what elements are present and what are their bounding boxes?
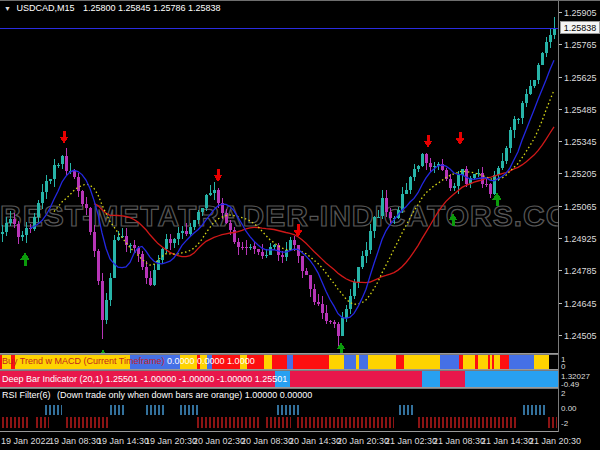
ma-fast-blue <box>30 60 554 318</box>
ohlc-values: 1.25800 1.25845 1.25786 1.25838 <box>83 3 221 13</box>
price-label: 1.24505 <box>559 331 600 341</box>
buy-arrow-icon <box>493 193 502 206</box>
scale-label: -2 <box>561 420 568 428</box>
trend-bar-segment <box>329 355 344 369</box>
price-axis[interactable]: 1.25838 1 0 1.32027 -0.49 2 0.00 -2 1.25… <box>558 1 600 432</box>
rsi-bar-group <box>548 417 557 428</box>
indicator-label: Buy Trend w MACD (Current Timeframe) 0.0… <box>2 356 255 366</box>
trend-bar-segment <box>368 355 396 369</box>
time-label: 20 Jan 14:30 <box>289 436 341 446</box>
time-label: 20 Jan 20:30 <box>337 436 389 446</box>
time-label: 19 Jan 20:30 <box>145 436 197 446</box>
time-axis[interactable]: 19 Jan 202219 Jan 08:3019 Jan 14:3019 Ja… <box>0 433 600 450</box>
price-label: 1.25205 <box>559 169 600 179</box>
price-label: 1.24925 <box>559 234 600 244</box>
trend-bar-segment <box>359 355 368 369</box>
price-label: 1.25065 <box>559 202 600 212</box>
buy-arrow-icon <box>21 253 30 266</box>
current-price-tag: 1.25838 <box>560 21 600 34</box>
trend-bar-segment <box>404 355 440 369</box>
trend-bar-segment <box>440 371 465 387</box>
scale-label: 0.00 <box>561 405 577 413</box>
indicator-label: RSI Filter(6) (Down trade only when down… <box>2 390 312 400</box>
mt4-terminal: BEST-METATRADER-INDICATORS.COM ▼ USDCAD,… <box>0 0 600 450</box>
rsi-bar-group <box>2 417 30 428</box>
rsi-bar-group <box>110 405 126 415</box>
indicator-note: (Down trade only when down bars are oran… <box>57 390 242 400</box>
price-label: 1.25905 <box>559 8 600 18</box>
time-label: 21 Jan 08:30 <box>433 436 485 446</box>
time-label: 21 Jan 14:30 <box>481 436 533 446</box>
price-label: 1.25765 <box>559 40 600 50</box>
time-label: 21 Jan 20:30 <box>529 436 581 446</box>
trend-bar-segment <box>264 355 272 369</box>
trend-bar-segment <box>465 371 558 387</box>
rsi-bar-group <box>45 405 62 415</box>
trend-bar-segment <box>396 355 404 369</box>
trend-bar-segment <box>478 355 488 369</box>
price-label: 1.25625 <box>559 73 600 83</box>
buy-arrow-icon <box>337 342 346 353</box>
trend-bar-segment <box>549 355 558 369</box>
indicator-panel-rsi-filter: RSI Filter(6) (Down trade only when down… <box>0 389 558 431</box>
price-label: 1.25345 <box>559 137 600 147</box>
indicator-values: 1.25501 -1.00000 -1.00000 -1.00000 1.255… <box>106 374 288 384</box>
indicator-name: Deep Bar Indicator (20,1) <box>2 374 103 384</box>
indicator-panel-buy-trend: Buy Trend w MACD (Current Timeframe) 0.0… <box>0 355 558 369</box>
trend-bar-segment <box>272 355 287 369</box>
indicator-panel-deep-bar: Deep Bar Indicator (20,1) 1.25501 -1.000… <box>0 371 558 387</box>
trend-bar-segment <box>509 355 534 369</box>
trend-bar-segment <box>500 355 509 369</box>
buy-arrow-icon <box>449 213 458 226</box>
rsi-bar-group <box>523 405 546 415</box>
rsi-bar-group <box>197 417 260 428</box>
time-axis-border <box>0 431 600 432</box>
price-label: 1.24785 <box>559 266 600 276</box>
trend-bar-segment <box>293 355 329 369</box>
sell-arrow-icon <box>424 135 433 148</box>
trend-bar-segment <box>344 355 356 369</box>
time-label: 20 Jan 02:30 <box>193 436 245 446</box>
candles-and-indicators-svg <box>0 9 558 353</box>
trend-bar-segment <box>290 371 422 387</box>
indicator-values: 1.00000 0.00000 <box>245 390 313 400</box>
rsi-bar-group <box>66 417 108 428</box>
rsi-bar-group <box>36 417 49 428</box>
time-label: 20 Jan 08:30 <box>241 436 293 446</box>
time-label: 19 Jan 2022 <box>1 436 51 446</box>
rsi-bar-group <box>418 417 518 428</box>
rsi-bar-group <box>399 405 414 415</box>
ma-mid-yellow-dotted <box>54 90 554 304</box>
rsi-bar-group <box>266 417 291 428</box>
sell-arrow-icon <box>214 169 223 182</box>
price-chart-canvas[interactable]: BEST-METATRADER-INDICATORS.COM ▼ USDCAD,… <box>0 1 558 353</box>
price-label: 1.25485 <box>559 105 600 115</box>
rsi-bar-group <box>146 405 164 415</box>
scale-label: -0.49 <box>561 381 579 389</box>
trend-bar-segment <box>440 355 459 369</box>
trend-bar-segment <box>534 355 549 369</box>
symbol-dropdown-icon[interactable]: ▼ <box>4 5 11 12</box>
rsi-bar-group <box>180 405 198 415</box>
indicator-label: Deep Bar Indicator (20,1) 1.25501 -1.000… <box>2 374 287 384</box>
sell-arrow-icon <box>456 132 465 145</box>
trend-bar-segment <box>422 371 440 387</box>
sell-arrow-icon <box>60 131 69 144</box>
chart-title: ▼ USDCAD,M15 1.25800 1.25845 1.25786 1.2… <box>4 3 221 13</box>
indicator-values: 0.0000 0.0000 1.0000 <box>167 356 255 366</box>
indicator-name: Buy Trend w MACD (Current Timeframe) <box>2 356 165 366</box>
trend-bar-segment <box>463 355 475 369</box>
rsi-bar-group <box>277 405 300 415</box>
time-label: 19 Jan 08:30 <box>49 436 101 446</box>
scale-label: 2 <box>561 390 565 398</box>
time-label: 19 Jan 14:30 <box>97 436 149 446</box>
time-label: 21 Jan 02:30 <box>385 436 437 446</box>
symbol-timeframe-label: USDCAD,M15 <box>16 3 74 13</box>
indicator-name: RSI Filter(6) <box>2 390 51 400</box>
scale-label: 0 <box>561 363 565 371</box>
price-label: 1.24645 <box>559 299 600 309</box>
rsi-bar-group <box>297 417 394 428</box>
